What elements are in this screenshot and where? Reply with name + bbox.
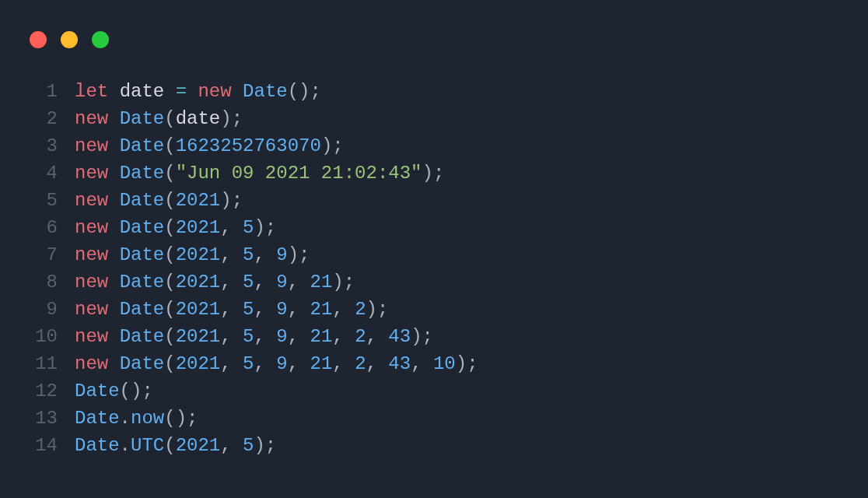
token-num: 21 xyxy=(310,326,333,347)
line-number: 7 xyxy=(30,241,58,268)
code-content[interactable]: new Date(1623252763070); xyxy=(58,132,344,160)
code-line[interactable]: 8new Date(2021, 5, 9, 21); xyxy=(30,268,478,296)
line-number: 1 xyxy=(30,78,58,105)
token-pun: , xyxy=(220,435,243,456)
token-pun: (); xyxy=(120,381,153,402)
code-content[interactable]: new Date(2021); xyxy=(58,187,243,214)
code-content[interactable]: Date.UTC(2021, 5); xyxy=(58,432,276,459)
token-pun: ( xyxy=(164,326,175,347)
line-number: 10 xyxy=(30,323,58,350)
code-editor[interactable]: 1let date = new Date();2new Date(date);3… xyxy=(30,78,478,459)
line-number: 5 xyxy=(30,187,58,214)
token-pun: , xyxy=(254,326,276,347)
token-num: 9 xyxy=(276,353,287,374)
code-line[interactable]: 2new Date(date); xyxy=(30,105,478,132)
token-pun: , xyxy=(220,272,243,293)
token-pun: ( xyxy=(164,353,175,374)
token-num: 5 xyxy=(243,353,254,374)
token-cls: Date xyxy=(120,108,165,129)
token-pun: , xyxy=(254,244,276,265)
code-content[interactable]: new Date(2021, 5, 9); xyxy=(58,241,310,268)
token-num: 2021 xyxy=(176,190,221,211)
token-pun: , xyxy=(220,326,243,347)
token-pun: (); xyxy=(288,81,321,102)
token-pun xyxy=(108,217,119,238)
token-cls: Date xyxy=(75,408,120,429)
token-cls: Date xyxy=(75,381,120,402)
code-content[interactable]: new Date(2021, 5, 9, 21, 2, 43, 10); xyxy=(58,350,478,377)
token-num: 2 xyxy=(355,299,366,320)
token-num: 43 xyxy=(388,353,411,374)
token-num: 5 xyxy=(243,299,254,320)
minimize-icon[interactable] xyxy=(61,31,78,48)
token-pun: , xyxy=(254,299,276,320)
token-kw: new xyxy=(75,326,108,347)
code-content[interactable]: new Date(2021, 5); xyxy=(58,214,276,241)
close-icon[interactable] xyxy=(30,31,47,48)
code-line[interactable]: 11new Date(2021, 5, 9, 21, 2, 43, 10); xyxy=(30,350,478,377)
token-pun: , xyxy=(254,272,276,293)
code-line[interactable]: 1let date = new Date(); xyxy=(30,78,478,105)
token-pun: ( xyxy=(164,272,175,293)
code-content[interactable]: new Date(date); xyxy=(58,105,243,132)
line-number: 11 xyxy=(30,350,58,377)
code-content[interactable]: new Date(2021, 5, 9, 21, 2, 43); xyxy=(58,323,433,350)
token-kw: let xyxy=(75,81,108,102)
token-num: 2021 xyxy=(176,326,221,347)
token-pun: ( xyxy=(164,244,175,265)
code-content[interactable]: Date(); xyxy=(58,377,153,405)
code-content[interactable]: new Date(2021, 5, 9, 21); xyxy=(58,268,355,296)
token-num: 10 xyxy=(433,353,456,374)
token-num: 5 xyxy=(243,244,254,265)
code-content[interactable]: new Date("Jun 09 2021 21:02:43"); xyxy=(58,160,444,187)
token-pun: ); xyxy=(288,244,310,265)
window-controls xyxy=(30,31,109,48)
token-kw: new xyxy=(75,217,108,238)
token-pun: (); xyxy=(164,408,198,429)
code-content[interactable]: let date = new Date(); xyxy=(58,78,321,105)
zoom-icon[interactable] xyxy=(92,31,109,48)
token-pun: , xyxy=(332,326,355,347)
token-pun: ); xyxy=(321,135,344,156)
token-pun xyxy=(187,81,198,102)
token-cls: Date xyxy=(120,326,165,347)
token-kw: new xyxy=(75,353,108,374)
code-content[interactable]: new Date(2021, 5, 9, 21, 2); xyxy=(58,296,388,323)
token-kw: new xyxy=(75,299,108,320)
token-pun xyxy=(164,81,175,102)
token-pun: , xyxy=(332,353,355,374)
code-line[interactable]: 12Date(); xyxy=(30,377,478,405)
token-kw: new xyxy=(198,81,231,102)
code-line[interactable]: 4new Date("Jun 09 2021 21:02:43"); xyxy=(30,160,478,187)
token-num: 2021 xyxy=(176,435,221,456)
code-line[interactable]: 7new Date(2021, 5, 9); xyxy=(30,241,478,268)
token-cls: Date xyxy=(120,353,165,374)
code-line[interactable]: 3new Date(1623252763070); xyxy=(30,132,478,160)
code-line[interactable]: 10new Date(2021, 5, 9, 21, 2, 43); xyxy=(30,323,478,350)
token-num: 43 xyxy=(388,326,411,347)
token-pun: , xyxy=(220,299,243,320)
token-cls: now xyxy=(131,408,164,429)
token-kw: new xyxy=(75,163,108,184)
token-num: 21 xyxy=(310,272,333,293)
token-cls: Date xyxy=(120,272,165,293)
code-line[interactable]: 6new Date(2021, 5); xyxy=(30,214,478,241)
code-line[interactable]: 9new Date(2021, 5, 9, 21, 2); xyxy=(30,296,478,323)
token-pun: ); xyxy=(220,108,243,129)
token-pun: ( xyxy=(164,190,175,211)
token-pun xyxy=(108,190,119,211)
token-num: 9 xyxy=(276,272,287,293)
token-pun xyxy=(108,272,119,293)
token-pun: , xyxy=(288,299,310,320)
token-cls: Date xyxy=(120,190,165,211)
token-pun: ( xyxy=(164,135,175,156)
token-pun: , xyxy=(366,353,389,374)
code-line[interactable]: 14Date.UTC(2021, 5); xyxy=(30,432,478,459)
code-line[interactable]: 13Date.now(); xyxy=(30,405,478,432)
code-line[interactable]: 5new Date(2021); xyxy=(30,187,478,214)
code-content[interactable]: Date.now(); xyxy=(58,405,198,432)
token-num: 9 xyxy=(276,244,287,265)
token-pun xyxy=(108,108,119,129)
token-pun: , xyxy=(254,353,276,374)
token-pun: , xyxy=(411,353,433,374)
